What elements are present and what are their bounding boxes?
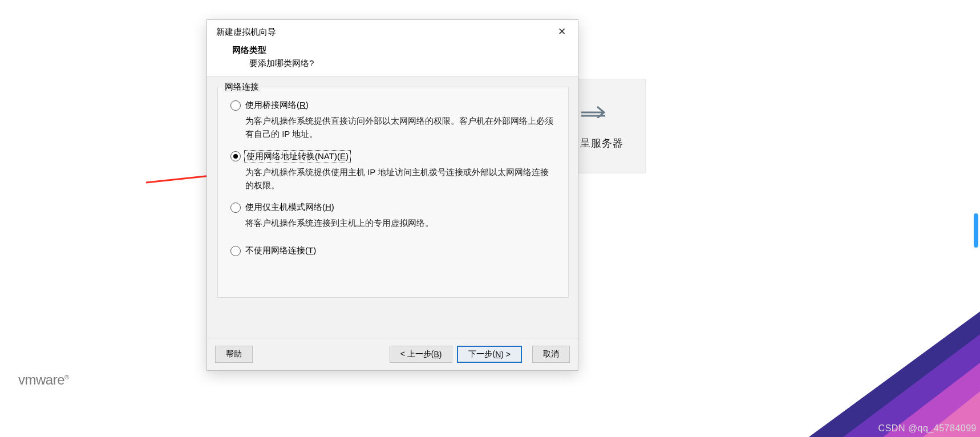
watermark-text: CSDN @qq_45784099 <box>878 423 977 434</box>
radio-bridged[interactable] <box>230 100 241 111</box>
radio-none[interactable] <box>230 246 241 256</box>
decorative-corner-flare <box>735 311 980 437</box>
option-none-label: 不使用网络连接(T) <box>245 245 316 256</box>
option-nat[interactable]: 使用网络地址转换(NAT)(E) 为客户机操作系统提供使用主机 IP 地址访问主… <box>230 151 557 192</box>
connect-arrow-icon <box>580 95 609 118</box>
network-connection-group: 网络连接 使用桥接网络(R) 为客户机操作系统提供直接访问外部以太网网络的权限。… <box>217 87 569 298</box>
wizard-body: 网络连接 使用桥接网络(R) 为客户机操作系统提供直接访问外部以太网网络的权限。… <box>207 76 578 338</box>
option-hostonly-label: 使用仅主机模式网络(H) <box>245 202 334 213</box>
group-legend: 网络连接 <box>222 82 261 92</box>
wizard-titlebar: 新建虚拟机向导 ✕ <box>207 20 578 44</box>
wizard-footer: 帮助 < 上一步(B) 下一步(N) > 取消 <box>207 338 578 370</box>
scrollbar-thumb-icon <box>972 211 980 250</box>
close-icon[interactable]: ✕ <box>550 22 573 42</box>
option-bridged-label: 使用桥接网络(R) <box>245 100 309 111</box>
svg-marker-2 <box>843 334 980 437</box>
bg-card-label: 呈服务器 <box>580 136 623 150</box>
next-button[interactable]: 下一步(N) > <box>457 346 522 363</box>
radio-hostonly[interactable] <box>230 203 241 213</box>
option-nat-desc: 为客户机操作系统提供使用主机 IP 地址访问主机拨号连接或外部以太网网络连接的权… <box>245 165 557 192</box>
wizard-header: 网络类型 要添加哪类网络? <box>207 44 578 76</box>
svg-rect-7 <box>974 213 978 248</box>
radio-nat[interactable] <box>230 151 241 161</box>
wizard-title: 新建虚拟机向导 <box>216 27 276 38</box>
option-hostonly[interactable]: 使用仅主机模式网络(H) 将客户机操作系统连接到主机上的专用虚拟网络。 <box>230 202 557 229</box>
help-button[interactable]: 帮助 <box>215 346 253 363</box>
option-nat-label: 使用网络地址转换(NAT)(E) <box>245 151 350 162</box>
option-bridged[interactable]: 使用桥接网络(R) 为客户机操作系统提供直接访问外部以太网网络的权限。客户机在外… <box>230 100 557 141</box>
vmware-logo: vmware® <box>18 372 69 388</box>
cancel-button[interactable]: 取消 <box>532 346 570 363</box>
back-button[interactable]: < 上一步(B) <box>390 346 453 363</box>
new-vm-wizard-dialog: 新建虚拟机向导 ✕ 网络类型 要添加哪类网络? 网络连接 使用桥接网络(R) 为… <box>206 19 578 371</box>
wizard-subheading: 要添加哪类网络? <box>249 58 569 69</box>
svg-marker-1 <box>809 311 980 437</box>
option-bridged-desc: 为客户机操作系统提供直接访问外部以太网网络的权限。客户机在外部网络上必须有自己的… <box>245 114 557 141</box>
wizard-heading: 网络类型 <box>232 45 569 56</box>
option-none[interactable]: 不使用网络连接(T) <box>230 245 557 256</box>
option-hostonly-desc: 将客户机操作系统连接到主机上的专用虚拟网络。 <box>245 216 557 229</box>
